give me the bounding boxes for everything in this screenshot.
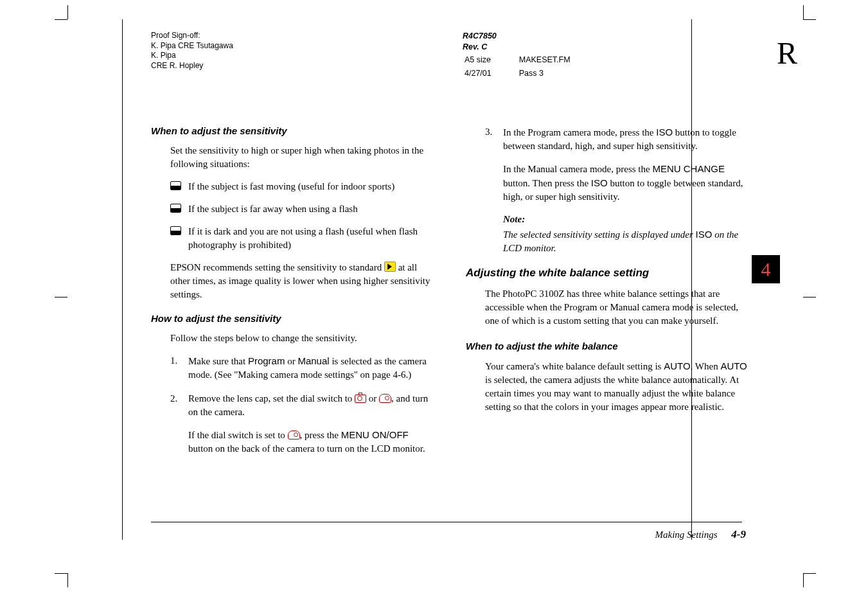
list-item: If the subject is far away when using a …	[170, 202, 434, 216]
body-text: EPSON recommends setting the sensitivity…	[170, 261, 434, 301]
heading-when-adjust-wb: When to adjust the white balance	[466, 341, 748, 351]
text: button on the back of the camera to turn…	[188, 443, 425, 454]
text: If the dial switch is set to	[188, 430, 288, 440]
camera-icon	[355, 395, 366, 403]
footer-rule	[151, 522, 742, 522]
camera-lcd-icon	[379, 394, 391, 403]
doc-date: 4/27/01	[464, 67, 517, 80]
crop-mark	[803, 573, 816, 574]
ui-label: ISO	[656, 127, 673, 138]
text: Make sure that	[188, 356, 248, 366]
proof-signoff-block: Proof Sign-off: K. Pipa CRE Tsutagawa K.…	[151, 31, 344, 71]
doc-pass: Pass 3	[518, 67, 596, 80]
list-item: Make sure that Program or Manual is sele…	[170, 354, 434, 382]
crop-mark	[55, 297, 67, 298]
numbered-list: Make sure that Program or Manual is sele…	[170, 354, 434, 456]
ui-label: Manual	[297, 355, 329, 366]
doc-size: A5 size	[464, 54, 517, 66]
crop-mark	[67, 573, 68, 587]
crop-mark	[55, 573, 67, 574]
text: , press the	[300, 430, 341, 440]
signoff-line: K. Pipa	[151, 51, 344, 61]
ui-label: MENU CHANGE	[652, 163, 725, 174]
text: The selected sensitivity setting is disp…	[503, 229, 696, 240]
list-item: If it is dark and you are not using a fl…	[170, 225, 434, 252]
note-body: The selected sensitivity setting is disp…	[503, 227, 748, 255]
page-side-letter: R	[777, 35, 797, 71]
heading-when-adjust-sensitivity: When to adjust the sensitivity	[151, 125, 434, 136]
note-block: Note: The selected sensitivity setting i…	[503, 213, 748, 255]
body-text: Follow the steps below to change the sen…	[170, 332, 434, 345]
footer: Making Settings 4-9	[655, 528, 747, 541]
ui-label: Program	[248, 355, 285, 366]
text: In the Manual camera mode, press the	[503, 164, 652, 174]
right-column: In the Program camera mode, press the IS…	[466, 125, 748, 466]
signoff-line: CRE R. Hopley	[151, 61, 344, 71]
text: . When	[691, 361, 721, 371]
ui-label: ISO	[591, 177, 608, 188]
text: button. Then press the	[503, 178, 591, 188]
list-item: Remove the lens cap, set the dial switch…	[170, 392, 434, 456]
body-text: The PhotoPC 3100Z has three white balanc…	[485, 287, 748, 328]
heading-how-adjust-sensitivity: How to adjust the sensitivity	[151, 313, 434, 324]
ui-label: MENU ON/OFF	[341, 429, 409, 440]
text: is selected, the camera adjusts the whit…	[485, 375, 739, 412]
sub-paragraph: If the dial switch is set to , press the…	[188, 428, 434, 456]
left-column: When to adjust the sensitivity Set the s…	[151, 125, 434, 466]
heading-adjust-white-balance: Adjusting the white balance setting	[466, 267, 748, 280]
text: EPSON recommends setting the sensitivity…	[170, 262, 384, 272]
ui-label: AUTO	[720, 360, 747, 371]
list-item: In the Program camera mode, press the IS…	[485, 125, 748, 255]
crop-mark	[803, 297, 816, 298]
text: or	[285, 356, 297, 366]
numbered-list-continued: In the Program camera mode, press the IS…	[485, 125, 748, 255]
note-label: Note:	[503, 213, 748, 226]
chapter-tab: 4	[752, 255, 780, 283]
crop-mark	[67, 5, 68, 19]
doc-info-block: R4C7850 Rev. C A5 size MAKESET.FM 4/27/0…	[463, 31, 598, 81]
ui-label: ISO	[696, 229, 713, 240]
footer-section: Making Settings	[655, 529, 718, 540]
crop-mark	[55, 19, 67, 20]
crop-mark	[803, 19, 816, 20]
play-icon	[384, 262, 396, 272]
list-item: If the subject is fast moving (useful fo…	[170, 180, 434, 193]
content-area: When to adjust the sensitivity Set the s…	[151, 125, 748, 466]
crop-mark	[803, 5, 804, 19]
sub-paragraph: In the Manual camera mode, press the MEN…	[503, 162, 748, 204]
bullet-list: If the subject is fast moving (useful fo…	[170, 180, 434, 252]
doc-file: MAKESET.FM	[518, 54, 596, 66]
doc-code: R4C7850	[463, 31, 598, 42]
text: In the Program camera mode, press the	[503, 127, 656, 138]
crop-mark	[803, 573, 804, 587]
page-number: 4-9	[731, 528, 746, 540]
body-text: Your camera's white balance default sett…	[485, 359, 748, 414]
text: Your camera's white balance default sett…	[485, 361, 664, 371]
camera-lcd-icon	[288, 431, 300, 440]
text: Remove the lens cap, set the dial switch…	[188, 393, 355, 404]
signoff-line: K. Pipa CRE Tsutagawa	[151, 41, 344, 51]
text: or	[366, 393, 379, 404]
body-text: Set the sensitivity to high or super hig…	[170, 144, 434, 171]
ui-label: AUTO	[664, 360, 690, 371]
signoff-line: Proof Sign-off:	[151, 31, 344, 41]
doc-rev: Rev. C	[463, 42, 598, 53]
